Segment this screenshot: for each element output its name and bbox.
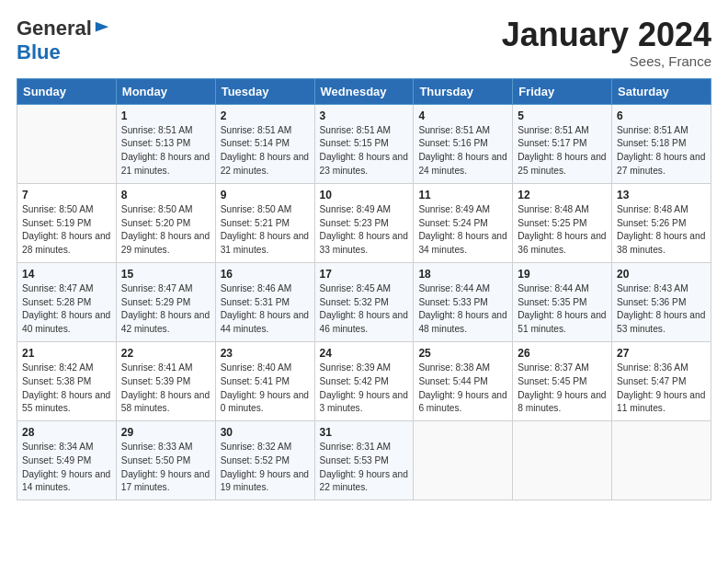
day-number: 4 <box>418 109 507 122</box>
month-title: January 2024 <box>502 17 711 53</box>
day-cell: 6 Sunrise: 8:51 AMSunset: 5:18 PMDayligh… <box>612 104 711 183</box>
day-info: Sunrise: 8:41 AMSunset: 5:39 PMDaylight:… <box>121 362 210 413</box>
day-cell: 31 Sunrise: 8:31 AMSunset: 5:53 PMDaylig… <box>314 421 414 500</box>
day-info: Sunrise: 8:51 AMSunset: 5:15 PMDaylight:… <box>320 125 408 176</box>
day-cell: 16 Sunrise: 8:46 AMSunset: 5:31 PMDaylig… <box>215 262 314 341</box>
calendar-table: Sunday Monday Tuesday Wednesday Thursday… <box>17 78 711 501</box>
day-info: Sunrise: 8:48 AMSunset: 5:25 PMDaylight:… <box>518 204 606 255</box>
day-number: 31 <box>320 426 409 439</box>
day-cell <box>414 421 513 500</box>
day-info: Sunrise: 8:50 AMSunset: 5:20 PMDaylight:… <box>121 204 210 255</box>
logo-blue: Blue <box>17 40 61 64</box>
day-info: Sunrise: 8:48 AMSunset: 5:26 PMDaylight:… <box>617 204 705 255</box>
week-row-1: 1 Sunrise: 8:51 AMSunset: 5:13 PMDayligh… <box>17 104 711 183</box>
header: General Blue January 2024 Sees, France <box>17 17 711 69</box>
calendar-page: General Blue January 2024 Sees, France S… <box>0 0 728 563</box>
day-cell: 24 Sunrise: 8:39 AMSunset: 5:42 PMDaylig… <box>314 341 414 420</box>
day-number: 14 <box>22 268 111 281</box>
day-info: Sunrise: 8:50 AMSunset: 5:21 PMDaylight:… <box>221 204 309 255</box>
day-number: 15 <box>121 268 210 281</box>
day-number: 6 <box>617 109 706 122</box>
day-cell: 29 Sunrise: 8:33 AMSunset: 5:50 PMDaylig… <box>116 421 215 500</box>
day-cell: 9 Sunrise: 8:50 AMSunset: 5:21 PMDayligh… <box>215 183 314 262</box>
day-cell: 2 Sunrise: 8:51 AMSunset: 5:14 PMDayligh… <box>215 104 314 183</box>
week-row-5: 28 Sunrise: 8:34 AMSunset: 5:49 PMDaylig… <box>17 421 711 500</box>
day-cell: 7 Sunrise: 8:50 AMSunset: 5:19 PMDayligh… <box>17 183 117 262</box>
day-info: Sunrise: 8:51 AMSunset: 5:14 PMDaylight:… <box>221 125 309 176</box>
week-row-3: 14 Sunrise: 8:47 AMSunset: 5:28 PMDaylig… <box>17 262 711 341</box>
day-number: 26 <box>518 347 607 360</box>
day-cell: 23 Sunrise: 8:40 AMSunset: 5:41 PMDaylig… <box>215 341 314 420</box>
day-cell: 27 Sunrise: 8:36 AMSunset: 5:47 PMDaylig… <box>612 341 711 420</box>
header-tuesday: Tuesday <box>215 78 314 104</box>
day-cell: 4 Sunrise: 8:51 AMSunset: 5:16 PMDayligh… <box>414 104 513 183</box>
day-number: 25 <box>418 347 507 360</box>
day-cell <box>612 421 711 500</box>
weekday-header-row: Sunday Monday Tuesday Wednesday Thursday… <box>17 78 711 104</box>
header-saturday: Saturday <box>612 78 711 104</box>
logo-text: General <box>17 17 110 40</box>
day-info: Sunrise: 8:51 AMSunset: 5:13 PMDaylight:… <box>121 125 210 176</box>
day-cell: 12 Sunrise: 8:48 AMSunset: 5:25 PMDaylig… <box>513 183 612 262</box>
day-info: Sunrise: 8:40 AMSunset: 5:41 PMDaylight:… <box>221 362 309 413</box>
day-number: 16 <box>221 268 310 281</box>
day-cell <box>513 421 612 500</box>
day-info: Sunrise: 8:45 AMSunset: 5:32 PMDaylight:… <box>320 283 408 334</box>
day-cell: 28 Sunrise: 8:34 AMSunset: 5:49 PMDaylig… <box>17 421 117 500</box>
day-number: 27 <box>617 347 706 360</box>
title-area: January 2024 Sees, France <box>502 17 711 69</box>
day-info: Sunrise: 8:51 AMSunset: 5:17 PMDaylight:… <box>518 125 606 176</box>
day-info: Sunrise: 8:49 AMSunset: 5:23 PMDaylight:… <box>320 204 408 255</box>
day-number: 19 <box>518 268 607 281</box>
day-info: Sunrise: 8:37 AMSunset: 5:45 PMDaylight:… <box>518 362 606 413</box>
day-number: 21 <box>22 347 111 360</box>
day-number: 17 <box>320 268 409 281</box>
day-cell: 5 Sunrise: 8:51 AMSunset: 5:17 PMDayligh… <box>513 104 612 183</box>
day-number: 30 <box>221 426 310 439</box>
day-number: 1 <box>121 109 210 122</box>
day-cell: 30 Sunrise: 8:32 AMSunset: 5:52 PMDaylig… <box>215 421 314 500</box>
day-cell: 14 Sunrise: 8:47 AMSunset: 5:28 PMDaylig… <box>17 262 117 341</box>
day-info: Sunrise: 8:36 AMSunset: 5:47 PMDaylight:… <box>617 362 705 413</box>
day-info: Sunrise: 8:42 AMSunset: 5:38 PMDaylight:… <box>22 362 110 413</box>
day-cell: 21 Sunrise: 8:42 AMSunset: 5:38 PMDaylig… <box>17 341 117 420</box>
day-info: Sunrise: 8:44 AMSunset: 5:35 PMDaylight:… <box>518 283 606 334</box>
day-number: 20 <box>617 268 706 281</box>
day-info: Sunrise: 8:49 AMSunset: 5:24 PMDaylight:… <box>418 204 506 255</box>
day-number: 28 <box>22 426 111 439</box>
header-sunday: Sunday <box>17 78 117 104</box>
day-number: 3 <box>320 109 409 122</box>
day-cell: 26 Sunrise: 8:37 AMSunset: 5:45 PMDaylig… <box>513 341 612 420</box>
day-number: 18 <box>418 268 507 281</box>
day-number: 10 <box>320 189 409 201</box>
day-cell: 8 Sunrise: 8:50 AMSunset: 5:20 PMDayligh… <box>116 183 215 262</box>
day-number: 24 <box>320 347 409 360</box>
day-info: Sunrise: 8:43 AMSunset: 5:36 PMDaylight:… <box>617 283 705 334</box>
svg-marker-0 <box>96 22 108 32</box>
day-cell: 20 Sunrise: 8:43 AMSunset: 5:36 PMDaylig… <box>612 262 711 341</box>
week-row-2: 7 Sunrise: 8:50 AMSunset: 5:19 PMDayligh… <box>17 183 711 262</box>
day-cell <box>17 104 117 183</box>
week-row-4: 21 Sunrise: 8:42 AMSunset: 5:38 PMDaylig… <box>17 341 711 420</box>
logo-flag-icon <box>94 20 110 37</box>
day-info: Sunrise: 8:50 AMSunset: 5:19 PMDaylight:… <box>22 204 110 255</box>
day-cell: 22 Sunrise: 8:41 AMSunset: 5:39 PMDaylig… <box>116 341 215 420</box>
day-cell: 1 Sunrise: 8:51 AMSunset: 5:13 PMDayligh… <box>116 104 215 183</box>
day-number: 23 <box>221 347 310 360</box>
day-number: 11 <box>418 189 507 201</box>
logo-general: General <box>17 17 92 40</box>
day-cell: 18 Sunrise: 8:44 AMSunset: 5:33 PMDaylig… <box>414 262 513 341</box>
header-monday: Monday <box>116 78 215 104</box>
day-cell: 13 Sunrise: 8:48 AMSunset: 5:26 PMDaylig… <box>612 183 711 262</box>
logo: General Blue <box>17 17 110 64</box>
day-info: Sunrise: 8:51 AMSunset: 5:16 PMDaylight:… <box>418 125 506 176</box>
header-wednesday: Wednesday <box>314 78 414 104</box>
day-number: 9 <box>221 189 310 201</box>
day-info: Sunrise: 8:47 AMSunset: 5:28 PMDaylight:… <box>22 283 110 334</box>
day-number: 2 <box>221 109 310 122</box>
day-info: Sunrise: 8:46 AMSunset: 5:31 PMDaylight:… <box>221 283 309 334</box>
day-info: Sunrise: 8:34 AMSunset: 5:49 PMDaylight:… <box>22 442 110 492</box>
day-cell: 17 Sunrise: 8:45 AMSunset: 5:32 PMDaylig… <box>314 262 414 341</box>
location-subtitle: Sees, France <box>502 53 711 69</box>
day-info: Sunrise: 8:31 AMSunset: 5:53 PMDaylight:… <box>320 442 408 492</box>
